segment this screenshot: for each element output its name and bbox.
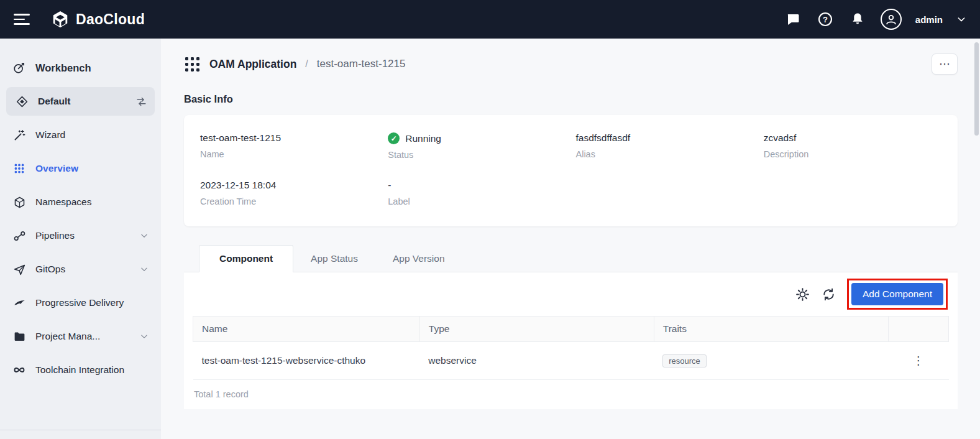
sidebar-item-project-management[interactable]: Project Mana... (0, 321, 161, 352)
sidebar-item-pipelines[interactable]: Pipelines (0, 220, 161, 251)
cell-type: webservice (419, 342, 654, 380)
svg-text:?: ? (823, 15, 828, 24)
wizard-wand-icon (12, 128, 26, 142)
user-menu-chevron-down-icon[interactable] (956, 14, 966, 24)
cell-traits: resource (654, 342, 888, 380)
more-actions-button[interactable]: ⋯ (932, 53, 958, 75)
topbar: DaoCloud ? admin (0, 0, 980, 39)
switch-workspace-icon[interactable] (135, 96, 147, 108)
chevron-down-icon[interactable] (140, 231, 149, 240)
chat-icon[interactable] (784, 10, 802, 29)
daocloud-logo-icon (51, 10, 70, 29)
chevron-down-icon[interactable] (140, 332, 149, 341)
sidebar-item-label: Progressive Delivery (35, 297, 124, 308)
field-label: Status (388, 150, 566, 160)
user-name: admin (915, 14, 943, 25)
sidebar-item-label: Wizard (35, 129, 65, 141)
avatar[interactable] (881, 9, 902, 30)
oam-application-grid-icon (184, 56, 201, 73)
breadcrumb-current: test-oam-test-1215 (317, 58, 406, 70)
tab-component[interactable]: Component (199, 245, 293, 272)
cell-name: test-oam-test-1215-webservice-cthuko (193, 342, 420, 380)
brand: DaoCloud (51, 10, 145, 29)
sidebar-item-default[interactable]: Default (6, 87, 155, 116)
sidebar-item-label: Default (38, 96, 71, 107)
settings-gear-icon[interactable] (795, 286, 811, 302)
sidebar: Workbench Default Wizard (0, 39, 161, 439)
tab-app-status[interactable]: App Status (293, 246, 375, 272)
breadcrumb-separator: / (305, 58, 308, 70)
field-alias: fasdfsdffasdf Alias (576, 132, 754, 160)
field-creation-time: 2023-12-15 18:04 Creation Time (200, 180, 378, 206)
sidebar-item-progressive-delivery[interactable]: Progressive Delivery (0, 287, 161, 318)
field-label: Alias (576, 149, 754, 159)
chevron-down-icon[interactable] (140, 265, 149, 274)
sidebar-item-workbench[interactable]: Workbench (0, 52, 161, 83)
field-value: test-oam-test-1215 (200, 132, 378, 144)
status-running-icon: ✓ (388, 132, 400, 144)
topbar-actions: ? admin (784, 9, 966, 30)
tab-app-version[interactable]: App Version (375, 246, 462, 272)
sidebar-item-overview[interactable]: Overview (0, 153, 161, 184)
component-toolbar: Add Component (193, 272, 949, 316)
sidebar-item-toolchain-integration[interactable]: Toolchain Integration (0, 354, 161, 386)
field-value: - (388, 180, 566, 191)
main-content: OAM Application / test-oam-test-1215 ⋯ B… (161, 39, 980, 439)
field-value: fasdfsdffasdf (576, 132, 754, 144)
overview-grid-icon (12, 162, 26, 175)
field-value: 2023-12-15 18:04 (200, 180, 378, 191)
sidebar-item-label: Toolchain Integration (35, 364, 124, 376)
project-folder-icon (12, 330, 26, 343)
sidebar-item-label: Pipelines (35, 230, 75, 241)
table-header-row: Name Type Traits (193, 317, 949, 342)
sidebar-item-wizard[interactable]: Wizard (0, 119, 161, 150)
table-row[interactable]: test-oam-test-1215-webservice-cthuko web… (193, 342, 949, 380)
notifications-bell-icon[interactable] (848, 10, 867, 29)
refresh-icon[interactable] (821, 286, 837, 302)
add-component-button[interactable]: Add Component (851, 283, 943, 305)
field-value: zcvadsf (764, 132, 941, 144)
sidebar-item-label: GitOps (35, 264, 65, 275)
field-label: Label (388, 196, 566, 206)
breadcrumb: OAM Application / test-oam-test-1215 ⋯ (184, 53, 958, 75)
table-footer: Total 1 record (193, 380, 949, 409)
annotation-highlight-box: Add Component (847, 279, 948, 310)
help-icon[interactable]: ? (816, 10, 835, 29)
sidebar-item-gitops[interactable]: GitOps (0, 254, 161, 285)
app-window: DaoCloud ? admin (0, 0, 980, 439)
pipelines-icon (12, 229, 26, 243)
brand-name: DaoCloud (76, 11, 145, 28)
column-header-type[interactable]: Type (419, 317, 654, 342)
row-kebab-menu-icon[interactable]: ⋮ (888, 342, 948, 380)
column-header-name[interactable]: Name (193, 317, 420, 342)
hamburger-menu-icon[interactable] (14, 14, 30, 25)
sidebar-item-label: Project Mana... (35, 331, 100, 342)
trait-badge: resource (662, 354, 707, 367)
column-header-traits[interactable]: Traits (654, 317, 888, 342)
field-value: Running (405, 133, 441, 144)
field-name: test-oam-test-1215 Name (200, 132, 378, 160)
field-status: ✓ Running Status (388, 132, 566, 160)
basic-info-title: Basic Info (184, 93, 958, 105)
sidebar-item-namespaces[interactable]: Namespaces (0, 187, 161, 218)
field-description: zcvadsf Description (764, 132, 941, 160)
gitops-icon (12, 262, 26, 276)
basic-info-card: test-oam-test-1215 Name ✓ Running Status… (184, 115, 958, 226)
field-label-kv: - Label (388, 180, 566, 206)
column-header-actions (888, 317, 948, 342)
sidebar-item-label: Namespaces (35, 196, 91, 208)
toolchain-infinity-icon (12, 363, 26, 377)
scrollbar[interactable] (974, 42, 979, 136)
sidebar-divider (0, 430, 161, 430)
default-workspace-icon (15, 95, 29, 108)
components-table: Name Type Traits test-oam-test-1215-webs… (193, 316, 949, 380)
field-label: Name (200, 149, 378, 159)
sidebar-item-label: Workbench (35, 62, 91, 74)
sidebar-item-label: Overview (35, 163, 78, 174)
component-panel: Add Component Name Type Traits (184, 272, 958, 409)
breadcrumb-section[interactable]: OAM Application (209, 58, 296, 71)
tab-bar: Component App Status App Version (184, 245, 958, 272)
namespaces-cube-icon (12, 195, 26, 209)
workbench-icon (12, 61, 26, 75)
progressive-delivery-bird-icon (12, 296, 26, 310)
